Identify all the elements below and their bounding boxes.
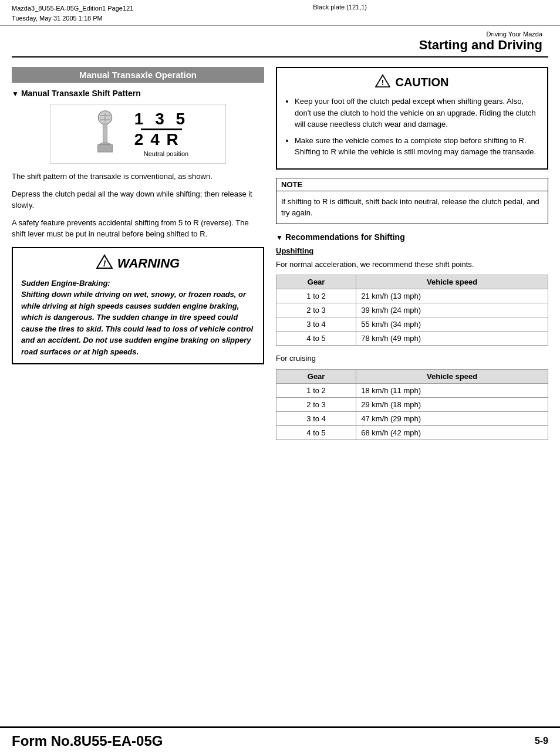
warning-body: Sudden Engine-Braking: Shifting down whi… <box>21 278 255 358</box>
shift-pattern-box: 1 3 5 2 4 R Neutral position <box>134 111 188 157</box>
warning-box: ! WARNING Sudden Engine-Braking: Shiftin… <box>12 247 264 365</box>
shift-pattern-heading: Manual Transaxle Shift Pattern <box>12 89 264 98</box>
page-footer: Form No.8U55-EA-05G 5-9 <box>0 726 560 754</box>
cruising-row: 2 to 329 km/h (18 mph) <box>276 397 548 411</box>
upshift-cell-2-0: 3 to 4 <box>276 317 356 332</box>
caution-label: CAUTION <box>395 76 448 89</box>
rec-heading: Recommendations for Shifting <box>276 232 548 242</box>
upshifting-label: Upshifting <box>276 246 548 255</box>
warning-triangle-icon: ! <box>96 254 113 273</box>
upshift-cell-1-0: 2 to 3 <box>276 303 356 317</box>
caution-body: Keep your foot off the clutch pedal exce… <box>285 96 539 158</box>
upshift-row: 3 to 455 km/h (34 mph) <box>276 317 548 332</box>
left-column: Manual Transaxle Operation Manual Transa… <box>12 67 264 447</box>
upshift-cell-2-1: 55 km/h (34 mph) <box>356 317 548 332</box>
upshift-row: 4 to 578 km/h (49 mph) <box>276 332 548 346</box>
section-title-area: Driving Your Mazda Starting and Driving <box>0 26 560 54</box>
cruising-row: 3 to 447 km/h (29 mph) <box>276 411 548 425</box>
caution-triangle-icon: ! <box>375 74 390 91</box>
shift-row-bottom: 2 4 R <box>134 131 188 148</box>
body-text-3: A safety feature prevents accidental shi… <box>12 217 264 240</box>
note-box: NOTE If shifting to R is difficult, shif… <box>276 178 548 224</box>
header-left: Mazda3_8U55-EA-05G_Edition1 Page121 Tues… <box>12 4 133 23</box>
cruising-cell-3-0: 4 to 5 <box>276 425 356 439</box>
right-column: ! CAUTION Keep your foot off the clutch … <box>276 67 548 447</box>
cruising-cell-1-1: 29 km/h (18 mph) <box>356 397 548 411</box>
cruising-cell-3-1: 68 km/h (42 mph) <box>356 425 548 439</box>
upshift-cell-3-0: 4 to 5 <box>276 332 356 346</box>
cruising-label: For cruising <box>276 353 548 364</box>
header-line2: Tuesday, May 31 2005 1:18 PM <box>12 13 133 23</box>
main-content: Manual Transaxle Operation Manual Transa… <box>0 67 560 447</box>
caution-title: ! CAUTION <box>285 74 539 91</box>
shift-diagram: 1 3 5 2 4 R Neutral position <box>50 104 226 164</box>
upshift-cell-0-1: 21 km/h (13 mph) <box>356 289 548 303</box>
upshift-row: 2 to 339 km/h (24 mph) <box>276 303 548 317</box>
warning-subheading: Sudden Engine-Braking: <box>21 279 110 288</box>
caution-item-2: Make sure the vehicle comes to a complet… <box>295 135 539 158</box>
body-text-2: Depress the clutch pedal all the way dow… <box>12 188 264 211</box>
mto-box: Manual Transaxle Operation <box>12 67 264 83</box>
warning-text: Shifting down while driving on wet, snow… <box>21 290 253 356</box>
header-center: Black plate (121,1) <box>313 4 367 11</box>
page-header: Mazda3_8U55-EA-05G_Edition1 Page121 Tues… <box>0 0 560 26</box>
section-main-title: Starting and Driving <box>0 38 542 53</box>
upshift-cell-0-0: 1 to 2 <box>276 289 356 303</box>
cruising-table: Gear Vehicle speed 1 to 218 km/h (11 mph… <box>276 369 548 440</box>
upshift-table: Gear Vehicle speed 1 to 221 km/h (13 mph… <box>276 275 548 346</box>
caution-list: Keep your foot off the clutch pedal exce… <box>285 96 539 158</box>
section-rule <box>12 56 548 58</box>
warning-label: WARNING <box>117 256 180 271</box>
shift-row-top: 1 3 5 <box>134 111 188 127</box>
caution-box: ! CAUTION Keep your foot off the clutch … <box>276 67 548 170</box>
cruising-cell-0-1: 18 km/h (11 mph) <box>356 383 548 397</box>
body-text-1: The shift pattern of the transaxle is co… <box>12 171 264 182</box>
footer-page-number: 5-9 <box>535 736 548 746</box>
svg-text:!: ! <box>382 78 384 87</box>
note-header: NOTE <box>276 178 548 191</box>
gear-knob-icon <box>87 110 123 157</box>
svg-rect-4 <box>103 124 107 145</box>
upshift-cell-1-1: 39 km/h (24 mph) <box>356 303 548 317</box>
cruising-row: 4 to 568 km/h (42 mph) <box>276 425 548 439</box>
svg-rect-6 <box>97 145 112 152</box>
footer-form-number: Form No.8U55-EA-05G <box>12 733 163 749</box>
upshift-header-speed: Vehicle speed <box>356 275 548 289</box>
cruising-header-gear: Gear <box>276 369 356 383</box>
neutral-label: Neutral position <box>134 150 188 157</box>
upshift-header-gear: Gear <box>276 275 356 289</box>
cruising-row: 1 to 218 km/h (11 mph) <box>276 383 548 397</box>
caution-item-1: Keep your foot off the clutch pedal exce… <box>295 96 539 130</box>
cruising-cell-1-0: 2 to 3 <box>276 397 356 411</box>
upshifting-intro: For normal acceleration, we recommend th… <box>276 259 548 271</box>
cruising-cell-0-0: 1 to 2 <box>276 383 356 397</box>
note-body: If shifting to R is difficult, shift bac… <box>276 191 548 224</box>
cruising-cell-2-1: 47 km/h (29 mph) <box>356 411 548 425</box>
upshift-row: 1 to 221 km/h (13 mph) <box>276 289 548 303</box>
header-line1: Mazda3_8U55-EA-05G_Edition1 Page121 <box>12 4 133 13</box>
header-right <box>546 4 548 11</box>
cruising-header-speed: Vehicle speed <box>356 369 548 383</box>
upshift-cell-3-1: 78 km/h (49 mph) <box>356 332 548 346</box>
section-subtitle: Driving Your Mazda <box>0 31 542 38</box>
svg-text:!: ! <box>103 259 106 268</box>
cruising-cell-2-0: 3 to 4 <box>276 411 356 425</box>
warning-title: ! WARNING <box>21 254 255 273</box>
